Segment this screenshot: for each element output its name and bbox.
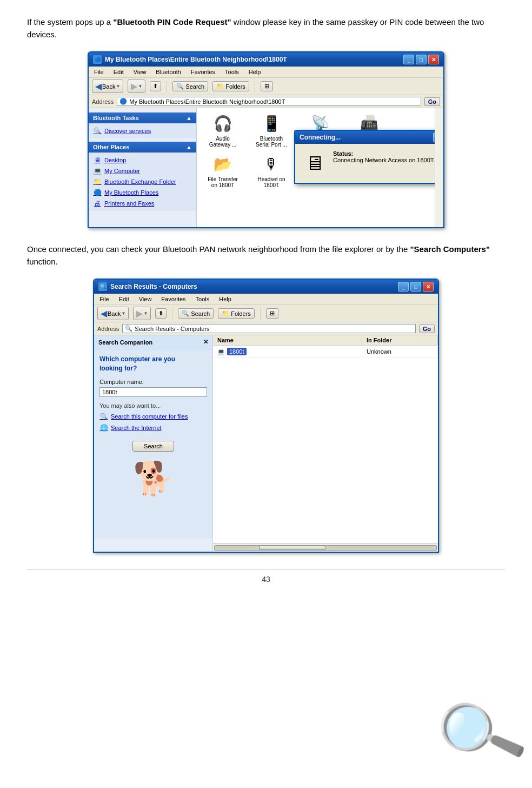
w2-folders-label: Folders — [231, 310, 251, 317]
bluetooth-tasks-header[interactable]: Bluetooth Tasks ▲ — [89, 112, 196, 123]
middle-text-after: function. — [27, 257, 58, 266]
up-icon: ⬆ — [153, 83, 158, 90]
w2-minimize[interactable]: _ — [398, 282, 409, 292]
folders-icon: 📁 — [216, 83, 224, 90]
menu-tools[interactable]: Tools — [223, 68, 241, 76]
w2-search-button[interactable]: 🔍 Search — [178, 308, 214, 319]
go-button[interactable]: Go — [424, 97, 440, 106]
toolbar-separator-1 — [167, 81, 167, 92]
menu-edit[interactable]: Edit — [111, 68, 126, 76]
up-button[interactable]: ⬆ — [150, 81, 161, 91]
window2-menubar: File Edit View Favorites Tools Help — [94, 294, 438, 305]
file-transfer-icon[interactable]: 📂 File Transferon 1800T — [201, 153, 244, 188]
w2-folders-button[interactable]: 📁 Folders — [218, 308, 255, 319]
w2-close[interactable]: ✕ — [423, 282, 434, 292]
middle-bold: "Search Computers" — [410, 244, 490, 254]
w2-up-button[interactable]: ⬆ — [155, 308, 167, 319]
menu-bluetooth[interactable]: Bluetooth — [154, 68, 183, 76]
maximize-button[interactable]: □ — [416, 55, 427, 64]
bluetooth-places-label: My Bluetooth Places — [104, 189, 158, 196]
view-button[interactable]: ⊞ — [261, 81, 273, 91]
other-places-header[interactable]: Other Places ▲ — [89, 142, 196, 153]
address-label: Address — [92, 98, 114, 105]
search-label: Search — [185, 83, 204, 90]
sidebar-item-bluetooth-places[interactable]: 🔵 My Bluetooth Places — [93, 187, 192, 198]
audio-gateway-img: 🎧 — [212, 112, 234, 134]
connecting-minimize[interactable]: ? — [433, 133, 435, 142]
w2-forward-button[interactable]: ▶ ▼ — [133, 307, 151, 320]
bluetooth-serial-icon[interactable]: 📱 BluetoothSerial Port ... — [250, 112, 293, 148]
w2-menu-file[interactable]: File — [97, 295, 111, 303]
screenshot-1-container: 🔵 My Bluetooth Places\Entire Bluetooth N… — [27, 51, 505, 228]
result-name: 💻 1800t — [217, 348, 247, 355]
exchange-folder-label: Bluetooth Exchange Folder — [104, 178, 176, 185]
w2-menu-tools[interactable]: Tools — [194, 295, 212, 303]
status-text: Connecting Network Access on 1800T... — [333, 157, 435, 163]
audio-gateway-icon[interactable]: 🎧 AudioGateway ... — [201, 112, 244, 148]
search-results-panel: Name In Folder 💻 1800t Unknown — [213, 335, 438, 552]
w2-menu-help[interactable]: Help — [217, 295, 234, 303]
window2-controls[interactable]: _ □ ✕ — [398, 282, 434, 292]
search-companion-label: Search Companion — [98, 339, 152, 346]
window2-content: Search Companion ✕ Which computer are yo… — [94, 335, 438, 552]
view-icon: ⊞ — [264, 83, 269, 90]
search-sidebar-content: Which computer are youlooking for? Compu… — [94, 349, 212, 539]
scroll-track — [214, 545, 437, 551]
titlebar-left: 🔵 My Bluetooth Places\Entire Bluetooth N… — [93, 55, 287, 64]
sidebar-item-mycomputer[interactable]: 💻 My Computer — [93, 165, 192, 176]
window2-toolbar: ◀ Back ▼ ▶ ▼ ⬆ 🔍 Search 📁 Folders — [94, 305, 438, 322]
menu-file[interactable]: File — [92, 68, 106, 76]
headset-icon-item[interactable]: 🎙 Headset on1800T — [250, 153, 293, 188]
back-button[interactable]: ◀ Back ▼ — [92, 80, 123, 93]
connecting-win-controls[interactable]: ? ✕ — [433, 133, 435, 142]
sidebar-item-desktop[interactable]: 🖥 Desktop — [93, 155, 192, 165]
w2-back-dropdown: ▼ — [121, 311, 125, 316]
w2-maximize[interactable]: □ — [410, 282, 421, 292]
window1-scrollbar[interactable] — [435, 108, 443, 227]
window-controls[interactable]: _ □ ✕ — [403, 55, 439, 64]
back-label: Back — [102, 83, 115, 90]
window2-titlebar-left: 🔍 Search Results - Computers — [98, 282, 197, 291]
w2-go-button[interactable]: Go — [419, 325, 435, 333]
search-internet-link[interactable]: 🌐 Search the Internet — [99, 423, 207, 432]
close-button[interactable]: ✕ — [428, 55, 439, 64]
file-transfer-img: 📂 — [212, 153, 234, 175]
menu-view[interactable]: View — [131, 68, 149, 76]
discover-services-item[interactable]: 🔍 Discover services — [93, 125, 192, 136]
w2-menu-view[interactable]: View — [137, 295, 154, 303]
w2-back-button[interactable]: ◀ Back ▼ — [97, 307, 129, 320]
sidebar-item-printers[interactable]: 🖨 Printers and Faxes — [93, 198, 192, 209]
mycomputer-label: My Computer — [104, 168, 140, 174]
folders-button[interactable]: 📁 Folders — [212, 81, 249, 91]
other-places-section: Other Places ▲ 🖥 Desktop 💻 My Computer — [89, 142, 196, 211]
connecting-row: 🖥 Status: Connecting Network Access on 1… — [302, 150, 435, 176]
back-arrow-icon: ◀ — [95, 81, 102, 91]
forward-button[interactable]: ▶ ▼ — [128, 80, 145, 93]
minimize-button[interactable]: _ — [403, 55, 414, 64]
w2-view-button[interactable]: ⊞ — [266, 308, 278, 319]
headset-label: Headset on1800T — [257, 176, 285, 188]
w2-sep1 — [172, 308, 172, 320]
window1-content: Bluetooth Tasks ▲ 🔍 Discover services Ot… — [89, 108, 443, 227]
discover-services-icon: 🔍 — [93, 127, 102, 135]
search-companion-sidebar: Search Companion ✕ Which computer are yo… — [94, 335, 213, 552]
sidebar-item-exchange[interactable]: 📁 Bluetooth Exchange Folder — [93, 176, 192, 187]
w2-address-input[interactable]: 🔍 Search Results - Computers — [122, 324, 415, 333]
search-button[interactable]: 🔍 Search — [172, 81, 208, 91]
result-name-cell: 💻 1800t — [213, 347, 362, 356]
address-input[interactable]: 🔵 My Bluetooth Places\Entire Bluetooth N… — [117, 97, 421, 106]
search-companion-close[interactable]: ✕ — [203, 339, 208, 346]
menu-favorites[interactable]: Favorites — [189, 68, 217, 76]
w2-menu-favorites[interactable]: Favorites — [159, 295, 188, 303]
search-submit-button[interactable]: Search — [132, 441, 174, 452]
search-results-body: 💻 1800t Unknown — [213, 346, 438, 543]
menu-help[interactable]: Help — [247, 68, 263, 76]
w2-menu-edit[interactable]: Edit — [117, 295, 131, 303]
desktop-icon: 🖥 — [93, 156, 102, 164]
result-row-1800t[interactable]: 💻 1800t Unknown — [213, 346, 438, 358]
search-for-files-link[interactable]: 🔍 Search this computer for files — [99, 412, 207, 421]
computer-name-input[interactable] — [99, 387, 207, 397]
status-label: Status: — [333, 150, 435, 157]
search-scrollbar-h[interactable] — [213, 543, 438, 552]
w2-search-label: Search — [191, 310, 210, 317]
